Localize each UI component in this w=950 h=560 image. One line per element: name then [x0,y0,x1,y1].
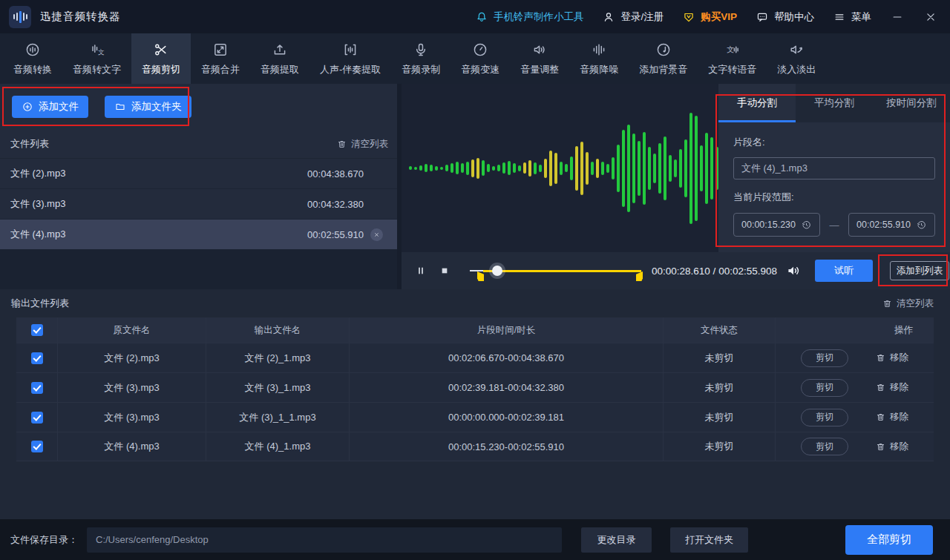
toolbar-tab-audio-convert[interactable]: 音频转换 [3,33,62,84]
segment-name-input[interactable] [733,157,935,179]
cut-button[interactable]: 剪切 [801,349,848,367]
remove-button[interactable]: 移除 [875,441,908,453]
volume-icon[interactable] [785,263,802,279]
buy-vip-button[interactable]: 购买VIP [682,10,737,24]
toolbar-tab-volume-adjust[interactable]: 音量调整 [510,33,569,84]
segment-range: 00:02:06.670-00:04:38.670 [350,343,664,372]
login-label: 登录/注册 [620,10,664,24]
select-all-checkbox[interactable] [31,324,43,336]
speech-to-text-icon: 文 [89,42,105,58]
remove-button[interactable]: 移除 [875,352,908,364]
playhead-handle[interactable] [492,266,502,276]
ringtone-tool-link[interactable]: 手机铃声制作小工具 [475,10,584,24]
denoise-icon [591,42,607,58]
column-header: 输出文件名 [206,317,350,343]
file-list-item[interactable]: 文件 (2).mp300:04:38.670 [0,158,397,188]
row-checkbox[interactable] [31,382,43,394]
column-header: 文件状态 [664,317,776,343]
output-table-row: 文件 (3).mp3文件 (3)_1.mp300:02:39.181-00:04… [16,372,934,402]
clear-file-list-button[interactable]: 清空列表 [336,138,388,151]
cut-button[interactable]: 剪切 [801,379,848,397]
cut-button[interactable]: 剪切 [801,409,848,426]
file-list-header: 文件列表 清空列表 [0,130,397,158]
add-to-list-button[interactable]: 添加到列表 [890,261,949,280]
range-end-input[interactable]: 00:02:55.910 [848,213,935,237]
file-name: 文件 (2).mp3 [10,167,65,180]
clock-history-icon[interactable] [916,220,927,231]
trash-icon [875,352,886,363]
add-folder-button[interactable]: 添加文件夹 [105,96,191,118]
minimize-icon [891,10,904,24]
row-checkbox-cell [16,403,58,432]
toolbar-tab-add-bgm[interactable]: 添加背景音 [629,33,698,84]
cut-button[interactable]: 剪切 [801,438,848,455]
file-status: 未剪切 [664,403,776,432]
row-checkbox[interactable] [31,352,43,364]
clock-history-icon[interactable] [801,220,812,231]
clear-output-list-label: 清空列表 [897,297,934,310]
row-checkbox-cell [16,432,58,461]
toolbar-tab-speech-to-text[interactable]: 文音频转文字 [62,33,131,84]
remove-label: 移除 [890,352,908,364]
add-file-button[interactable]: 添加文件 [12,96,88,118]
split-tab-2[interactable]: 平均分割 [796,84,873,122]
toolbar-tab-fade[interactable]: 淡入淡出 [767,33,826,84]
range-end-value: 00:02:55.910 [856,220,911,230]
help-center-button[interactable]: 帮助中心 [756,10,814,24]
row-checkbox[interactable] [31,441,43,452]
file-panel: 添加文件 添加文件夹 文件列表 清空列表 文件 (2).mp300:04:38.… [0,84,397,289]
login-button[interactable]: 登录/注册 [602,10,664,24]
bell-icon [475,10,488,24]
audio-convert-icon [24,42,41,58]
save-dir-input[interactable] [87,527,562,553]
row-checkbox[interactable] [31,412,43,424]
chat-bubble-icon [756,10,769,24]
column-header: 操作 [776,317,934,343]
open-folder-button[interactable]: 打开文件夹 [670,527,748,553]
remove-file-icon[interactable] [370,228,383,241]
toolbar-tab-audio-extract[interactable]: 音频提取 [250,33,309,84]
range-start-marker[interactable] [477,271,484,281]
file-list-item[interactable]: 文件 (3).mp300:04:32.380 [0,188,397,219]
file-status: 未剪切 [664,373,776,402]
toolbar-tab-vocal-extract[interactable]: 人声-伴奏提取 [309,33,391,84]
trash-icon [882,298,893,309]
cut-all-button[interactable]: 全部剪切 [845,525,933,555]
output-filename: 文件 (3)_1.mp3 [206,373,350,402]
preview-button[interactable]: 试听 [815,260,873,282]
minimize-button[interactable] [890,10,905,24]
current-time: 00:00:28.610 [652,266,710,277]
split-tab-3[interactable]: 按时间分割 [873,84,950,122]
user-icon [602,10,615,24]
change-dir-button[interactable]: 更改目录 [581,527,652,553]
toolbar-tab-text-to-speech[interactable]: 文文字转语音 [698,33,767,84]
fade-icon [788,42,805,58]
column-header: 片段时间/时长 [350,317,664,343]
toolbar-tab-audio-merge[interactable]: 音频合并 [191,33,250,84]
remove-button[interactable]: 移除 [875,411,908,424]
range-end-marker[interactable] [636,271,643,281]
remove-button[interactable]: 移除 [875,381,908,394]
close-button[interactable] [923,10,938,24]
menu-button[interactable]: 菜单 [833,10,871,24]
help-center-label: 帮助中心 [774,10,814,24]
toolbar-tab-audio-speed[interactable]: 音频变速 [451,33,510,84]
waveform[interactable] [402,84,724,252]
pause-icon[interactable] [415,264,427,277]
toolbar-tab-audio-cut[interactable]: 音频剪切 [131,33,191,84]
stop-icon[interactable] [439,265,451,277]
total-time: 00:02:55.908 [718,266,777,277]
toolbar-tab-audio-denoise[interactable]: 音频降噪 [569,33,629,84]
file-list-item[interactable]: 文件 (4).mp300:02:55.910 [0,219,397,249]
source-filename: 文件 (3).mp3 [58,373,206,402]
output-panel: 输出文件列表 清空列表 原文件名输出文件名片段时间/时长文件状态操作 文件 (2… [0,289,950,519]
toolbar-tab-label: 音频降噪 [580,63,618,76]
output-filename: 文件 (4)_1.mp3 [206,432,350,461]
clear-output-list-button[interactable]: 清空列表 [882,297,934,310]
toolbar-tab-audio-record[interactable]: 音频录制 [391,33,451,84]
extract-icon [272,42,288,58]
playback-slider[interactable] [470,263,643,279]
split-tab-1[interactable]: 手动分割 [718,84,796,122]
range-start-input[interactable]: 00:00:15.230 [733,213,820,237]
source-filename: 文件 (3).mp3 [58,403,206,432]
